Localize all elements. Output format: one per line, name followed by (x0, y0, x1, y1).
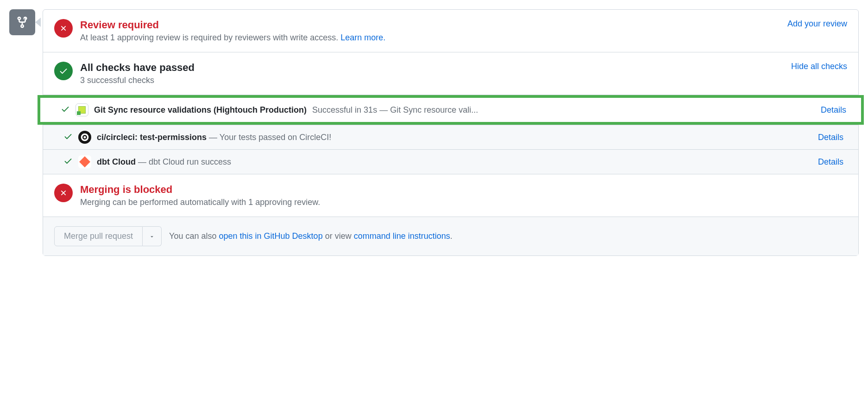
dbt-avatar-icon (78, 155, 91, 168)
check-row: Git Sync resource validations (Hightouch… (38, 95, 864, 125)
x-circle-icon (54, 19, 73, 38)
check-circle-icon (54, 62, 73, 80)
review-required-section: Review required At least 1 approving rev… (43, 10, 858, 52)
cli-instructions-link[interactable]: command line instructions (354, 231, 450, 241)
timeline-merge-icon (9, 9, 35, 35)
check-meta: — Your tests passed on CircleCI! (207, 133, 331, 142)
merge-actions-section: Merge pull request You can also open thi… (43, 217, 858, 255)
checks-title: All checks have passed (80, 62, 195, 74)
check-details-link[interactable]: Details (818, 157, 843, 167)
merge-dropdown-button[interactable] (143, 226, 162, 246)
check-success-icon (61, 104, 70, 115)
check-meta: Successful in 31s — Git Sync resource va… (312, 105, 815, 115)
checks-subtitle: 3 successful checks (80, 76, 195, 85)
review-title: Review required (80, 19, 385, 31)
merge-help-text: You can also open this in GitHub Desktop… (169, 231, 453, 241)
x-circle-icon (54, 184, 73, 202)
check-details-link[interactable]: Details (818, 133, 843, 142)
check-row: ci/circleci: test-permissions — Your tes… (43, 125, 858, 149)
review-subtitle: At least 1 approving review is required … (80, 33, 385, 43)
check-details-link[interactable]: Details (821, 105, 846, 115)
check-name: dbt Cloud (97, 157, 136, 166)
merge-pr-button[interactable]: Merge pull request (54, 226, 143, 246)
merge-panel: Review required At least 1 approving rev… (43, 9, 859, 256)
check-success-icon (63, 132, 73, 143)
check-meta: — dbt Cloud run success (136, 157, 231, 166)
circleci-avatar-icon (78, 131, 91, 144)
learn-more-link[interactable]: Learn more. (340, 33, 385, 42)
checks-passed-section: All checks have passed 3 successful chec… (43, 52, 858, 95)
hide-checks-link[interactable]: Hide all checks (791, 62, 847, 71)
caret-down-icon (149, 234, 155, 239)
merge-blocked-section: Merging is blocked Merging can be perfor… (43, 174, 858, 217)
check-row: dbt Cloud — dbt Cloud run success Detail… (43, 149, 858, 174)
github-desktop-link[interactable]: open this in GitHub Desktop (219, 231, 323, 241)
check-name: ci/circleci: test-permissions (97, 133, 207, 142)
hightouch-avatar-icon (75, 103, 88, 116)
merge-blocked-title: Merging is blocked (80, 184, 847, 196)
checks-list: Git Sync resource validations (Hightouch… (43, 95, 858, 174)
check-name: Git Sync resource validations (Hightouch… (94, 105, 307, 115)
svg-point-0 (84, 136, 86, 139)
add-review-link[interactable]: Add your review (787, 19, 847, 29)
merge-blocked-subtitle: Merging can be performed automatically w… (80, 198, 847, 207)
check-success-icon (63, 156, 73, 167)
